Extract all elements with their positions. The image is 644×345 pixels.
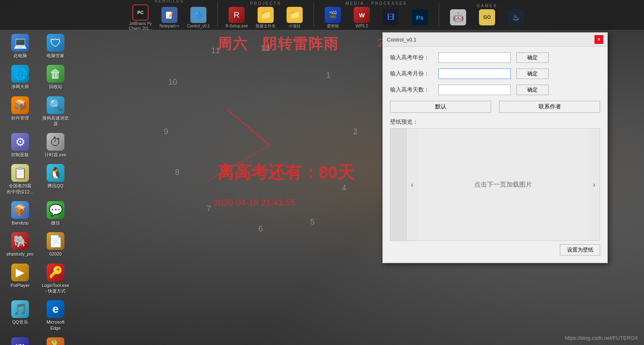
desktop-icon-weixin[interactable]: 💬 微信	[39, 200, 72, 227]
taskbar-icon-xiaoxiang[interactable]: 📁 小项目	[281, 7, 308, 29]
clock-number-6: 7	[206, 204, 211, 213]
sep3	[439, 3, 439, 27]
desktop-icon-jisuanji[interactable]: 🛡 电脑管家	[39, 32, 72, 60]
desktop-icon-bandizip[interactable]: 📦 Bandizip	[4, 200, 36, 227]
control-dialog: Control_v0.1 × 输入高考年份： 确定 输入高考月份： 确定 输入高…	[382, 32, 608, 263]
clock-number-1: 1	[326, 71, 330, 80]
photoshop-icon: Ps	[412, 9, 428, 25]
taskbar-section-vehicles: VEHICLES PC JetBrains PyCharm 201... 📝 N…	[125, 0, 214, 32]
rsetup-label: R-Setup.exe	[225, 24, 248, 29]
video-icon: 🎞	[383, 9, 399, 25]
desktop-icon-qq[interactable]: 🐧 腾讯QQ	[39, 162, 72, 196]
charles-icon: 🔷	[190, 7, 206, 23]
set-wallpaper-btn[interactable]: 设置为壁纸	[560, 244, 600, 256]
qq-music-label: QQ音乐	[12, 319, 28, 325]
taskbar-icon-rsetup[interactable]: R R-Setup.exe	[223, 7, 250, 29]
taskbar-icon-steam[interactable]: ♨	[502, 9, 530, 26]
preview-left-panel	[390, 129, 407, 241]
section-label-vehicles: VEHICLES	[155, 0, 184, 3]
desktop-icon-recycle[interactable]: 🗑 回收站	[39, 63, 72, 91]
preview-prev-btn[interactable]: ‹	[407, 129, 418, 241]
days-confirm-btn[interactable]: 确定	[516, 85, 549, 95]
taskbar-icon-video[interactable]: 🎞	[377, 9, 405, 26]
qq-music-icon: 🎵	[11, 300, 29, 318]
notepad-label: Notepad++	[159, 24, 180, 29]
taskbar-icon-notepad[interactable]: 📝 Notepad++	[156, 7, 183, 29]
dialog-close-button[interactable]: ×	[594, 35, 603, 44]
datetime-text: 2020-04-18 21:41:55	[213, 197, 295, 208]
default-btn[interactable]: 默认	[390, 101, 491, 113]
desktop-icon-this-pc[interactable]: 💻 此电脑	[4, 32, 36, 60]
section-label-media: MEDIA - PROCESSES	[345, 1, 407, 6]
taskbar-icon-jetbrains[interactable]: PC JetBrains PyCharm 201...	[127, 4, 154, 31]
section-label-games: GAMES	[477, 4, 497, 8]
desktop-icon-quanguo[interactable]: 📋 全国卷20届衔中理综12...	[4, 162, 36, 196]
desktop-icon-timer[interactable]: ⏱ 计时器.exe	[39, 131, 72, 159]
desktop-icon-02020[interactable]: 📄 02020	[39, 231, 72, 258]
jingwang-icon: 🌐	[11, 65, 29, 83]
year-confirm-btn[interactable]: 确定	[516, 52, 549, 63]
clock-number-2: 2	[353, 127, 357, 136]
preview-next-btn[interactable]: ›	[588, 129, 600, 241]
countdown-text: 离高考还有：80天	[217, 161, 355, 184]
aijianji-icon: 🎬	[325, 7, 341, 23]
aijianji-label: 爱剪辑	[327, 24, 339, 29]
contact-btn[interactable]: 联系作者	[499, 101, 600, 113]
taskbar-icon-charles[interactable]: 🔷 Control_v0.1	[185, 7, 212, 29]
clock-number-7: 8	[175, 168, 180, 177]
sep2	[314, 3, 314, 27]
taskbar-section-projects: PROJECTS R R-Setup.exe 📁 新建文件夹 📁 小项目	[221, 0, 310, 29]
jisuanji-icon: 🛡	[47, 34, 64, 52]
desktop-icons-container: 💻 此电脑 🛡 电脑管家 🌐 净网大师 🗑 回收站 📦 软件管理 🔍 搜狗高速浏…	[4, 32, 72, 345]
preview-label: 壁纸预览：	[390, 118, 600, 126]
dialog-body: 输入高考年份： 确定 输入高考月份： 确定 输入高考天数： 确定 默认 联系作者…	[383, 47, 607, 263]
desktop-icon-potplayer[interactable]: ▶ PotPlayer	[4, 262, 36, 296]
desktop-icon-software[interactable]: 📦 软件管理	[4, 95, 36, 129]
taskbar-icon-aijianji[interactable]: 🎬 爱剪辑	[319, 7, 347, 29]
notepad-icon: 📝	[161, 7, 178, 23]
year-input[interactable]	[438, 52, 511, 63]
section-label-projects: PROJECTS	[250, 1, 281, 6]
desktop-icon-jingwang[interactable]: 🌐 净网大师	[4, 63, 36, 91]
quanguo-icon: 📋	[11, 164, 29, 182]
jingwang-label: 净网大师	[11, 84, 29, 89]
qq-icon: 🐧	[47, 164, 64, 182]
vehicles-icons: PC JetBrains PyCharm 201... 📝 Notepad++ …	[127, 4, 212, 31]
taskbar-icon-robot[interactable]: 🤖	[444, 9, 472, 26]
taskbar-icon-csgo[interactable]: GO	[473, 9, 501, 26]
desktop-icon-logintool[interactable]: 🔑 LoginTool.exe - 快捷方式	[39, 262, 72, 296]
games-icons: 🤖 GO ♨	[444, 9, 530, 26]
desktop-icon-qq-music[interactable]: 🎵 QQ音乐	[4, 299, 36, 333]
dialog-title: Control_v0.1	[387, 37, 417, 43]
desktop-icon-control-panel[interactable]: ⚙ 控制面板	[4, 131, 36, 159]
preview-area: ‹ 点击下一页加载图片 ›	[390, 128, 600, 241]
taskbar-icon-newfile[interactable]: 📁 新建文件夹	[252, 7, 279, 29]
pyqts-icon: 🐍	[47, 337, 64, 345]
desktop-icon-edge[interactable]: e Microsoft Edge	[39, 299, 72, 333]
rsetup-icon: R	[229, 7, 245, 23]
desktop-icon-sougou[interactable]: 🔍 搜狗高速浏览器	[39, 95, 72, 129]
phpstudy-label: phpstudy_pro	[7, 251, 34, 257]
wps-label: WPS 2	[355, 24, 368, 29]
potplayer-icon: ▶	[11, 264, 29, 281]
weixin-icon: 💬	[47, 201, 64, 219]
desktop-icon-pyqts[interactable]: 🐍 PYQTS学习	[39, 336, 72, 345]
month-input[interactable]	[438, 69, 511, 79]
software-icon: 📦	[11, 96, 29, 114]
desktop-icon-vmware[interactable]: VM VMware Workstation Pro	[4, 336, 36, 345]
taskbar-icon-wps[interactable]: W WPS 2	[348, 7, 376, 29]
software-label: 软件管理	[11, 115, 29, 121]
taskbar-icon-photoshop[interactable]: Ps	[406, 9, 433, 26]
dialog-row-year: 输入高考年份： 确定	[390, 52, 600, 63]
month-confirm-btn[interactable]: 确定	[516, 69, 549, 79]
jetbrains-label: JetBrains PyCharm 201...	[129, 21, 152, 31]
weixin-label: 微信	[51, 220, 60, 226]
dialog-row-days: 输入高考天数： 确定	[390, 85, 600, 95]
qq-label: 腾讯QQ	[47, 183, 63, 189]
edge-icon: e	[47, 300, 64, 318]
website-url: https://blog.csdn.net/FUTEROX	[565, 335, 638, 341]
days-input[interactable]	[438, 85, 511, 95]
bandizip-label: Bandizip	[12, 220, 29, 226]
control-panel-label: 控制面板	[11, 152, 29, 158]
desktop-icon-phpstudy[interactable]: 🐘 phpstudy_pro	[4, 231, 36, 258]
